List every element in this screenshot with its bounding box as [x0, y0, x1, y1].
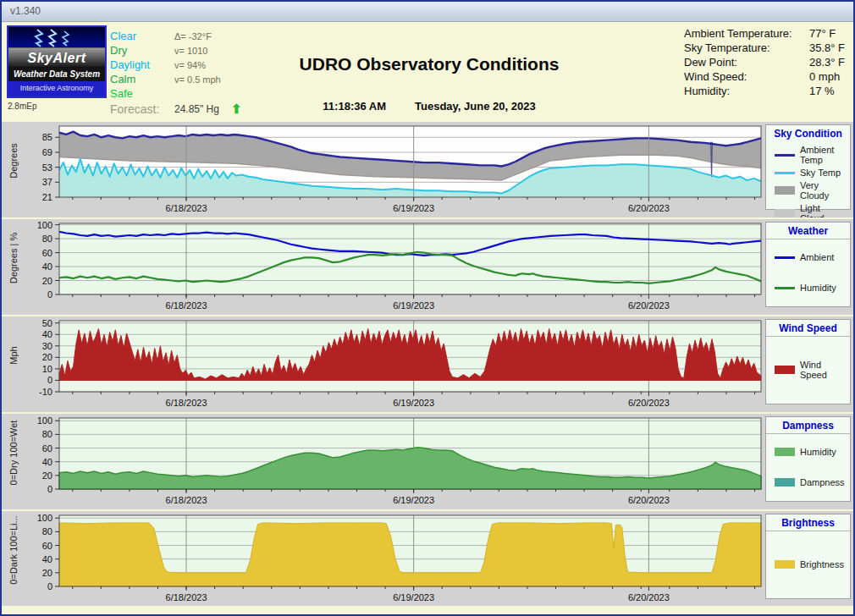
- legend-items: Ambient TempSky TempVery CloudyLight Clo…: [766, 141, 850, 217]
- x-tick-label: 6/18/2023: [166, 592, 207, 602]
- svg-text:80: 80: [42, 526, 52, 536]
- status-row-dry: Dry v= 1010: [110, 43, 271, 58]
- legend-item: Very Cloudy: [775, 180, 847, 201]
- status-value: v= 1010: [174, 46, 207, 56]
- svg-text:40: 40: [42, 261, 52, 272]
- status-label: Clear: [110, 30, 174, 42]
- status-label: Calm: [110, 73, 174, 85]
- window-title-bar[interactable]: v1.340: [2, 2, 853, 22]
- x-tick-label: 6/18/2023: [166, 398, 207, 408]
- skyalert-logo: SkyAlert Weather Data System Interactive…: [7, 25, 107, 98]
- readout-label: Humidity:: [684, 85, 809, 99]
- legend-item: Ambient: [775, 252, 847, 262]
- legend-item: Dampness: [775, 477, 847, 487]
- legend-item: Brightness: [775, 559, 847, 569]
- readout-label: Ambient Temperature:: [684, 27, 809, 41]
- readout-value: 35.8° F: [809, 41, 845, 56]
- svg-text:37: 37: [42, 177, 52, 187]
- y-axis-label: 0=Dry 100=Wet: [2, 414, 25, 492]
- legend-box-swatch: [775, 478, 795, 487]
- x-tick-label: 6/18/2023: [166, 300, 207, 311]
- svg-text:20: 20: [42, 276, 52, 286]
- svg-text:21: 21: [42, 192, 52, 202]
- logo-subtitle: Weather Data System: [8, 68, 105, 81]
- svg-text:40: 40: [42, 554, 52, 564]
- charts-stack: Degrees 21375369856/18/20236/19/20236/20…: [2, 122, 853, 614]
- legend-item-label: Brightness: [800, 559, 844, 569]
- chart-row-brightness: 0=Dark 100=Li... 0204060801006/18/20236/…: [2, 511, 853, 606]
- legend-items: Wind Speed: [766, 337, 850, 404]
- x-tick-label: 6/20/2023: [628, 300, 670, 311]
- svg-text:53: 53: [42, 162, 52, 173]
- legend-item-label: Very Cloudy: [800, 180, 847, 201]
- readout-row: Wind Speed: 0 mph: [684, 70, 850, 85]
- legend-item-label: Ambient Temp: [800, 145, 847, 165]
- legend-items: AmbientHumidity: [766, 239, 850, 306]
- legend-item-label: Light Cloud: [800, 203, 847, 217]
- x-tick-label: 6/19/2023: [393, 592, 434, 602]
- legend-item: Wind Speed: [775, 360, 847, 380]
- legend-item-label: Humidity: [800, 447, 836, 457]
- plot-sky-condition: 21375369856/18/20236/19/20236/20/2023: [25, 122, 766, 217]
- legend-item: Light Cloud: [775, 203, 847, 217]
- legend-item-label: Wind Speed: [800, 360, 847, 380]
- readout-label: Sky Temperature:: [684, 41, 809, 56]
- window-title: v1.340: [10, 5, 41, 17]
- svg-text:100: 100: [37, 513, 52, 523]
- svg-text:0: 0: [47, 484, 52, 494]
- x-tick-label: 6/19/2023: [393, 398, 434, 408]
- forecast-value: 24.85" Hg: [174, 103, 219, 115]
- svg-text:30: 30: [42, 341, 52, 351]
- legend-box-swatch: [775, 448, 795, 456]
- status-row-clear: Clear Δ= -32°F: [110, 29, 271, 43]
- legend-items: Brightness: [766, 531, 850, 598]
- y-axis-label: Degrees | %: [2, 219, 25, 297]
- svg-text:60: 60: [42, 248, 52, 258]
- datetime-row: 11:18:36 AMTuesday, June 20, 2023: [256, 100, 603, 113]
- chart-row-dampness: 0=Dry 100=Wet 0204060801006/18/20236/19/…: [2, 414, 853, 509]
- x-tick-label: 6/20/2023: [628, 592, 670, 602]
- readout-row: Dew Point: 28.3° F: [684, 56, 850, 70]
- clock-time: 11:18:36 AM: [323, 100, 386, 113]
- legend-line-swatch: [775, 287, 795, 289]
- readout-row: Humidity: 17 %: [684, 85, 850, 99]
- svg-text:80: 80: [42, 234, 52, 244]
- legend-line-swatch: [775, 256, 795, 259]
- legend-title: Weather: [766, 223, 850, 237]
- legend-item-label: Dampness: [800, 477, 845, 487]
- svg-text:40: 40: [42, 329, 52, 339]
- svg-text:20: 20: [42, 470, 52, 481]
- svg-text:60: 60: [42, 443, 52, 454]
- y-axis-label: Mph: [2, 316, 25, 394]
- readout-row: Sky Temperature: 35.8° F: [684, 41, 850, 56]
- readout-row: Ambient Temperature: 77° F: [684, 27, 850, 41]
- bottom-strip: [2, 606, 853, 614]
- chart-canvas-dampness: 0204060801006/18/20236/19/20236/20/2023: [25, 414, 766, 509]
- status-row-calm: Calm v= 0.5 mph: [110, 72, 271, 86]
- status-label: Safe: [110, 87, 174, 100]
- legend-item: Humidity: [775, 283, 847, 293]
- x-tick-label: 6/20/2023: [628, 495, 670, 505]
- legend-box-swatch: [775, 209, 795, 217]
- readout-value: 0 mph: [809, 70, 840, 85]
- status-value: v= 94%: [174, 60, 206, 70]
- svg-text:80: 80: [42, 429, 52, 439]
- readout-label: Dew Point:: [684, 56, 809, 70]
- x-tick-label: 6/20/2023: [628, 203, 670, 213]
- svg-text:0: 0: [47, 289, 52, 300]
- x-tick-label: 6/19/2023: [393, 300, 434, 311]
- x-tick-label: 6/19/2023: [393, 203, 434, 213]
- svg-text:0: 0: [47, 581, 52, 591]
- legend-weather: Weather AmbientHumidity: [765, 222, 851, 307]
- plot-dampness: 0204060801006/18/20236/19/20236/20/2023: [25, 414, 766, 509]
- legend-line-swatch: [775, 154, 795, 157]
- plot-wind-speed: -10010203040506/18/20236/19/20236/20/202…: [25, 316, 766, 412]
- svg-text:20: 20: [42, 568, 52, 578]
- legend-box-swatch: [775, 366, 795, 374]
- svg-text:50: 50: [42, 318, 52, 328]
- logo-brand: Interactive Astronomy: [8, 81, 105, 96]
- legend-item: Humidity: [775, 447, 847, 457]
- legend-sky-condition: Sky Condition Ambient TempSky TempVery C…: [765, 124, 851, 210]
- legend-item: Ambient Temp: [775, 145, 847, 165]
- readout-value: 28.3° F: [809, 56, 845, 70]
